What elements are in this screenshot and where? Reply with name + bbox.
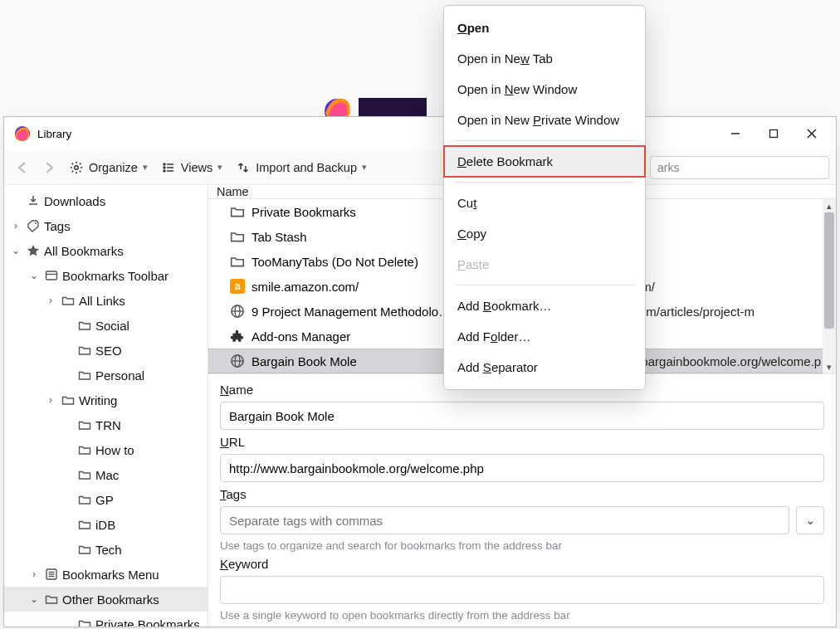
keyword-input[interactable]: [220, 576, 824, 604]
views-menu-button[interactable]: Views ▾: [156, 156, 227, 179]
search-placeholder-fragment: arks: [657, 161, 679, 174]
tree-label: Writing: [79, 393, 117, 407]
screenshot-root: Library: [0, 0, 840, 629]
scroll-down-icon[interactable]: ▾: [823, 360, 836, 373]
chevron-down-icon: ⌄: [27, 269, 41, 282]
ctx-open-new-tab[interactable]: Open in New Tab: [444, 43, 645, 74]
bookmarks-menu-icon: [44, 567, 59, 582]
window-controls: [716, 120, 831, 147]
folder-icon: [44, 592, 59, 607]
svg-rect-23: [46, 271, 57, 280]
keyword-hint: Use a single keyword to open bookmarks d…: [220, 609, 824, 622]
item-name: Tab Stash: [252, 230, 307, 244]
tree-bookmarks-toolbar[interactable]: ⌄ Bookmarks Toolbar: [4, 263, 208, 288]
tree-seo[interactable]: SEO: [4, 338, 208, 363]
tree-bookmarks-menu[interactable]: ›Bookmarks Menu: [4, 562, 208, 587]
tree-label: GP: [95, 493, 114, 507]
chevron-right-icon: ›: [44, 294, 57, 307]
tree-tags[interactable]: › Tags: [4, 213, 208, 238]
svg-line-12: [72, 163, 74, 164]
tree-all-bookmarks[interactable]: ⌄ All Bookmarks: [4, 238, 208, 263]
globe-icon: [230, 354, 245, 368]
organize-menu-button[interactable]: Organize ▾: [64, 156, 153, 179]
details-panel: Name URL Tags ⌄ Use tags to organize and…: [208, 373, 836, 627]
tree-idb[interactable]: iDB: [4, 512, 208, 537]
list-scrollbar[interactable]: ▴ ▾: [823, 199, 836, 373]
window-maximize-button[interactable]: [755, 120, 793, 147]
folder-icon: [77, 467, 92, 482]
window-minimize-button[interactable]: [716, 120, 755, 147]
context-menu: Open Open in New Tab Open in New Window …: [443, 5, 646, 390]
search-bookmarks-input[interactable]: arks: [650, 156, 829, 179]
caret-down-icon: ▾: [217, 162, 222, 173]
item-name: Add-ons Manager: [252, 329, 350, 344]
import-export-icon: [236, 160, 251, 175]
ctx-add-folder[interactable]: Add Folder…: [444, 321, 645, 352]
ctx-open[interactable]: Open: [444, 12, 645, 43]
tree-label: Private Bookmarks: [95, 617, 200, 627]
tree-howto[interactable]: How to: [4, 437, 208, 462]
tags-input[interactable]: [220, 506, 789, 534]
tree-mac[interactable]: Mac: [4, 462, 208, 487]
title-bar: Library: [4, 117, 836, 150]
tree-trn[interactable]: TRN: [4, 412, 208, 437]
tree-downloads[interactable]: Downloads: [4, 188, 208, 213]
sidebar-tree: Downloads › Tags ⌄ All Bookmarks ⌄ Bookm…: [4, 185, 208, 627]
tree-label: iDB: [95, 518, 115, 532]
tree-writing[interactable]: ›Writing: [4, 388, 208, 412]
tree-label: Bookmarks Menu: [62, 568, 159, 582]
tree-tech[interactable]: Tech: [4, 537, 208, 562]
tree-label: SEO: [95, 344, 122, 358]
import-backup-menu-button[interactable]: Import and Backup ▾: [231, 156, 372, 179]
tree-other-bookmarks[interactable]: ⌄Other Bookmarks: [4, 587, 208, 612]
folder-icon: [77, 542, 92, 557]
ctx-open-new-window[interactable]: Open in New Window: [444, 74, 645, 105]
folder-icon: [77, 442, 92, 457]
ctx-copy[interactable]: Copy: [444, 218, 645, 249]
scroll-thumb[interactable]: [824, 212, 834, 329]
ctx-add-bookmark[interactable]: Add Bookmark…: [444, 290, 645, 321]
ctx-open-private-window[interactable]: Open in New Private Window: [444, 105, 645, 135]
window-close-button[interactable]: [793, 120, 831, 147]
tree-private-bookmarks[interactable]: Private Bookmarks: [4, 612, 208, 627]
download-icon: [26, 193, 41, 208]
organize-label: Organize: [89, 161, 138, 174]
import-backup-label: Import and Backup: [256, 161, 357, 174]
nav-back-button[interactable]: [11, 156, 34, 179]
tree-label: All Bookmarks: [44, 244, 124, 258]
tree-label: All Links: [79, 294, 125, 308]
ctx-add-separator[interactable]: Add Separator: [444, 352, 645, 383]
toolbar: Organize ▾ Views ▾ Import and Backup ▾ a…: [4, 150, 836, 185]
name-input[interactable]: [220, 402, 824, 430]
tree-label: TRN: [95, 418, 121, 432]
nav-forward-button[interactable]: [37, 156, 61, 179]
tree-all-links[interactable]: › All Links: [4, 288, 208, 313]
ctx-delete-bookmark[interactable]: Delete Bookmark: [444, 146, 645, 177]
folder-icon: [77, 517, 92, 532]
chevron-down-icon: ⌄: [9, 244, 22, 257]
folder-icon: [230, 204, 245, 219]
tree-gp[interactable]: GP: [4, 487, 208, 512]
url-input[interactable]: [220, 454, 824, 482]
tree-social[interactable]: Social: [4, 313, 208, 338]
tree-personal[interactable]: Personal: [4, 363, 208, 388]
scroll-up-icon[interactable]: ▴: [823, 199, 836, 212]
ctx-cut[interactable]: Cut: [444, 188, 645, 218]
tags-expand-button[interactable]: ⌄: [796, 506, 824, 534]
spacer: [9, 194, 22, 207]
list-icon: [161, 160, 176, 175]
library-body: Downloads › Tags ⌄ All Bookmarks ⌄ Bookm…: [4, 185, 836, 627]
svg-point-18: [164, 167, 165, 168]
window-title: Library: [37, 128, 71, 140]
folder-icon: [230, 254, 245, 269]
chevron-right-icon: ›: [9, 219, 22, 232]
gear-icon: [69, 160, 84, 175]
svg-line-14: [80, 163, 81, 164]
caret-down-icon: ▾: [143, 162, 148, 173]
item-name: 9 Project Management Methodolo…: [252, 305, 451, 319]
label-keyword: Keyword: [220, 557, 824, 571]
item-name: Private Bookmarks: [252, 205, 356, 219]
folder-icon: [230, 229, 245, 244]
tree-label: Downloads: [44, 194, 105, 208]
svg-line-15: [72, 170, 74, 172]
